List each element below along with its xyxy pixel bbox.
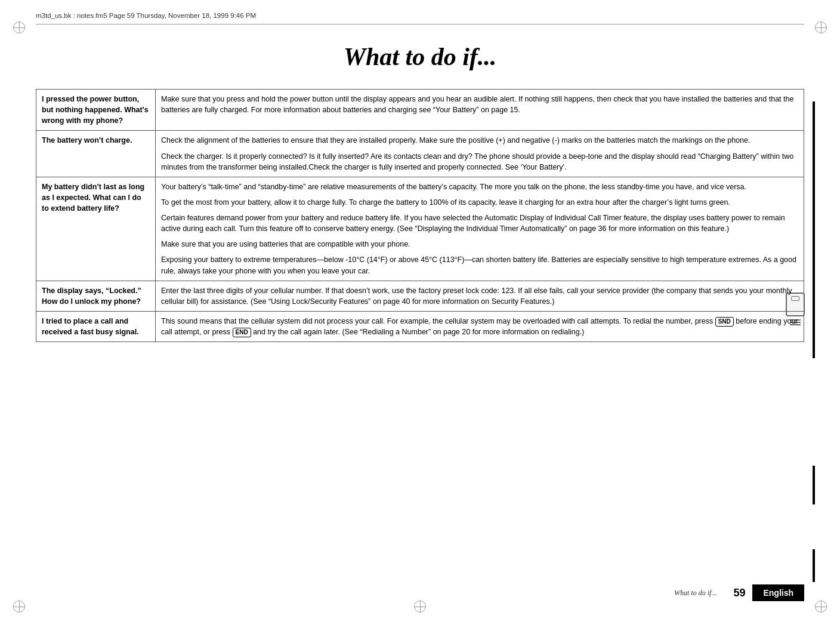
- question-cell: I tried to place a call and received a f…: [36, 311, 156, 341]
- answer-para-2: To get the most from your battery, allow…: [161, 197, 798, 208]
- answer-cell: Your battery’s “talk-time” and “standby-…: [156, 177, 804, 281]
- answer-para-1: Check the alignment of the batteries to …: [161, 135, 798, 146]
- corner-mark-bottom-center: [414, 601, 426, 613]
- question-text: The display says, “Locked.” How do I unl…: [42, 287, 141, 306]
- right-margin-bar-3: [813, 549, 815, 582]
- question-cell: The battery won’t charge.: [36, 131, 156, 177]
- table-row: I tried to place a call and received a f…: [36, 311, 804, 341]
- answer-para-5: Exposing your battery to extreme tempera…: [161, 254, 798, 276]
- corner-mark-tl: [13, 21, 25, 33]
- table-row: The display says, “Locked.” How do I unl…: [36, 281, 804, 311]
- answer-cell: This sound means that the cellular syste…: [156, 311, 804, 341]
- table-row: I pressed the power button, but nothing …: [36, 90, 804, 131]
- header-line: m3td_us.bk : notes.fm5 Page 59 Thursday,…: [36, 12, 804, 24]
- faq-table: I pressed the power button, but nothing …: [36, 89, 804, 342]
- corner-mark-bl: [13, 601, 25, 613]
- end-button-inline: END: [233, 328, 251, 337]
- corner-mark-br: [815, 601, 827, 613]
- answer-cell: Make sure that you press and hold the po…: [156, 90, 804, 131]
- right-margin-bar-2: [813, 466, 815, 504]
- question-text: I pressed the power button, but nothing …: [42, 95, 149, 125]
- answer-cell: Check the alignment of the batteries to …: [156, 131, 804, 177]
- header-text: m3td_us.bk : notes.fm5 Page 59 Thursday,…: [36, 12, 256, 19]
- question-cell: My battery didn’t last as long as I expe…: [36, 177, 156, 281]
- answer-para-2: Check the charger. Is it properly connec…: [161, 151, 798, 173]
- footer-right: What to do if... 59 English: [674, 584, 804, 601]
- corner-mark-tr: [815, 21, 827, 33]
- main-content: I pressed the power button, but nothing …: [36, 89, 804, 342]
- answer-para-1: Your battery’s “talk-time” and “standby-…: [161, 181, 798, 192]
- answer-text-1: This sound means that the cellular syste…: [161, 317, 715, 325]
- page-number: 59: [733, 587, 745, 599]
- question-cell: I pressed the power button, but nothing …: [36, 90, 156, 131]
- footer: What to do if... 59 English: [36, 584, 804, 601]
- answer-text: Enter the last three digits of your cell…: [161, 287, 792, 306]
- answer-para-4: Make sure that you are using batteries t…: [161, 239, 798, 250]
- question-text: I tried to place a call and received a f…: [42, 317, 139, 336]
- footer-section-label: What to do if...: [674, 589, 717, 598]
- page-title: What to do if...: [36, 42, 804, 71]
- right-margin-bar-1: [813, 101, 815, 358]
- question-text: The battery won’t charge.: [42, 136, 132, 144]
- page-container: m3td_us.bk : notes.fm5 Page 59 Thursday,…: [0, 0, 840, 634]
- answer-text: Make sure that you press and hold the po…: [161, 95, 793, 114]
- question-cell: The display says, “Locked.” How do I unl…: [36, 281, 156, 311]
- language-label: English: [752, 584, 804, 601]
- question-text: My battery didn’t last as long as I expe…: [42, 183, 144, 213]
- snd-button-inline: SND: [715, 317, 734, 327]
- answer-cell: Enter the last three digits of your cell…: [156, 281, 804, 311]
- answer-para-3: Certain features demand power from your …: [161, 213, 798, 234]
- table-row: The battery won’t charge. Check the alig…: [36, 131, 804, 177]
- answer-text-3: and try the call again later. (See “Redi…: [251, 328, 585, 336]
- table-row: My battery didn’t last as long as I expe…: [36, 177, 804, 281]
